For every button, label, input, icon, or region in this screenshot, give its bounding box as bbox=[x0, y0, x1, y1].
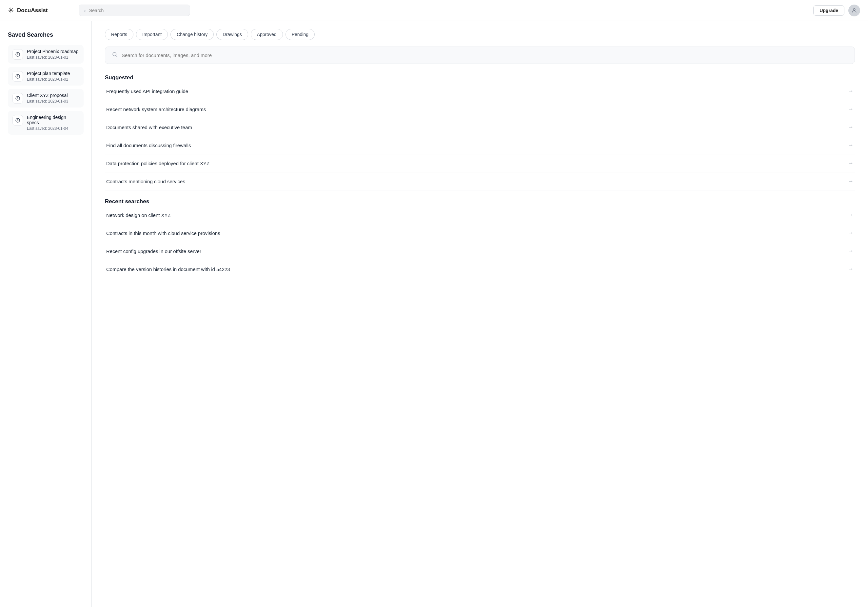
suggested-title: Suggested bbox=[105, 74, 855, 81]
suggested-item-3[interactable]: Find all documents discussing firewalls … bbox=[105, 136, 855, 154]
saved-item-info-2: Client XYZ proposal Last saved: 2023-01-… bbox=[27, 93, 68, 104]
arrow-icon-recent-0: → bbox=[848, 212, 854, 218]
logo-area: ✳ DocuAssist bbox=[8, 6, 73, 15]
clock-icon-0 bbox=[12, 49, 23, 60]
avatar[interactable] bbox=[848, 5, 860, 16]
suggested-item-text-4: Data protection policies deployed for cl… bbox=[106, 161, 209, 166]
suggested-item-text-5: Contracts mentioning cloud services bbox=[106, 179, 185, 184]
logo-icon: ✳ bbox=[8, 6, 14, 15]
saved-item-name-0: Project Phoenix roadmap bbox=[27, 49, 78, 54]
clock-icon-2 bbox=[12, 93, 23, 104]
main-content: ReportsImportantChange historyDrawingsAp… bbox=[92, 21, 868, 607]
suggested-item-text-0: Frequently used API integration guide bbox=[106, 88, 188, 94]
recent-item-2[interactable]: Recent config upgrades in our offsite se… bbox=[105, 242, 855, 260]
suggested-item-4[interactable]: Data protection policies deployed for cl… bbox=[105, 154, 855, 172]
header-right: Upgrade bbox=[813, 5, 860, 16]
filter-tab-5[interactable]: Pending bbox=[285, 29, 315, 40]
main-search-input[interactable] bbox=[122, 53, 848, 58]
arrow-icon-suggested-3: → bbox=[848, 142, 854, 149]
saved-item-1[interactable]: Project plan template Last saved: 2023-0… bbox=[8, 67, 84, 85]
recent-item-1[interactable]: Contracts in this month with cloud servi… bbox=[105, 224, 855, 242]
suggested-item-5[interactable]: Contracts mentioning cloud services → bbox=[105, 172, 855, 190]
saved-item-date-1: Last saved: 2023-01-02 bbox=[27, 77, 70, 82]
recent-item-0[interactable]: Network design on client XYZ → bbox=[105, 206, 855, 224]
header-search-icon: ⌕ bbox=[84, 8, 87, 13]
saved-item-0[interactable]: Project Phoenix roadmap Last saved: 2023… bbox=[8, 45, 84, 63]
recent-item-text-3: Compare the version histories in documen… bbox=[106, 266, 230, 272]
arrow-icon-suggested-2: → bbox=[848, 124, 854, 130]
main-search-icon bbox=[112, 51, 118, 59]
filter-tab-3[interactable]: Drawings bbox=[216, 29, 248, 40]
suggested-item-0[interactable]: Frequently used API integration guide → bbox=[105, 82, 855, 100]
svg-point-0 bbox=[853, 9, 855, 11]
saved-item-3[interactable]: Engineering design specs Last saved: 202… bbox=[8, 111, 84, 135]
filter-tabs: ReportsImportantChange historyDrawingsAp… bbox=[105, 29, 855, 40]
recent-item-text-1: Contracts in this month with cloud servi… bbox=[106, 231, 220, 236]
upgrade-button[interactable]: Upgrade bbox=[813, 5, 845, 16]
filter-tab-2[interactable]: Change history bbox=[170, 29, 214, 40]
app-name: DocuAssist bbox=[17, 7, 48, 14]
arrow-icon-suggested-4: → bbox=[848, 160, 854, 167]
saved-item-info-0: Project Phoenix roadmap Last saved: 2023… bbox=[27, 49, 78, 60]
saved-item-info-3: Engineering design specs Last saved: 202… bbox=[27, 115, 79, 131]
saved-item-date-2: Last saved: 2023-01-03 bbox=[27, 99, 68, 104]
suggested-item-text-3: Find all documents discussing firewalls bbox=[106, 142, 191, 148]
suggested-section: Suggested Frequently used API integratio… bbox=[105, 74, 855, 190]
saved-item-name-3: Engineering design specs bbox=[27, 115, 79, 125]
suggested-list: Frequently used API integration guide → … bbox=[105, 82, 855, 190]
saved-item-2[interactable]: Client XYZ proposal Last saved: 2023-01-… bbox=[8, 89, 84, 107]
clock-icon-1 bbox=[12, 71, 23, 82]
header: ✳ DocuAssist ⌕ Upgrade bbox=[0, 0, 868, 21]
suggested-item-1[interactable]: Recent network system architecture diagr… bbox=[105, 100, 855, 118]
header-search-input[interactable] bbox=[89, 8, 185, 13]
suggested-item-2[interactable]: Documents shared with executive team → bbox=[105, 118, 855, 136]
suggested-item-text-1: Recent network system architecture diagr… bbox=[106, 107, 206, 112]
header-search-box[interactable]: ⌕ bbox=[79, 5, 190, 16]
arrow-icon-recent-2: → bbox=[848, 248, 854, 254]
svg-line-6 bbox=[116, 56, 117, 57]
recent-searches-title: Recent searches bbox=[105, 198, 855, 205]
sidebar: Saved Searches Project Phoenix roadmap L… bbox=[0, 21, 92, 607]
recent-item-text-2: Recent config upgrades in our offsite se… bbox=[106, 248, 201, 254]
sidebar-title: Saved Searches bbox=[8, 31, 84, 38]
saved-item-name-1: Project plan template bbox=[27, 71, 70, 76]
svg-point-5 bbox=[113, 53, 116, 56]
arrow-icon-suggested-1: → bbox=[848, 106, 854, 112]
arrow-icon-recent-3: → bbox=[848, 266, 854, 273]
filter-tab-1[interactable]: Important bbox=[136, 29, 168, 40]
recent-item-3[interactable]: Compare the version histories in documen… bbox=[105, 260, 855, 278]
recent-item-text-0: Network design on client XYZ bbox=[106, 212, 171, 218]
arrow-icon-suggested-5: → bbox=[848, 178, 854, 184]
suggested-item-text-2: Documents shared with executive team bbox=[106, 125, 192, 130]
saved-item-name-2: Client XYZ proposal bbox=[27, 93, 68, 98]
saved-item-info-1: Project plan template Last saved: 2023-0… bbox=[27, 71, 70, 82]
filter-tab-4[interactable]: Approved bbox=[251, 29, 283, 40]
main-layout: Saved Searches Project Phoenix roadmap L… bbox=[0, 21, 868, 607]
recent-searches-section: Recent searches Network design on client… bbox=[105, 198, 855, 278]
arrow-icon-suggested-0: → bbox=[848, 88, 854, 94]
arrow-icon-recent-1: → bbox=[848, 230, 854, 236]
recent-searches-list: Network design on client XYZ → Contracts… bbox=[105, 206, 855, 278]
main-search-bar[interactable] bbox=[105, 46, 855, 64]
saved-item-date-0: Last saved: 2023-01-01 bbox=[27, 55, 78, 60]
filter-tab-0[interactable]: Reports bbox=[105, 29, 133, 40]
clock-icon-3 bbox=[12, 115, 23, 125]
saved-item-date-3: Last saved: 2023-01-04 bbox=[27, 126, 79, 131]
